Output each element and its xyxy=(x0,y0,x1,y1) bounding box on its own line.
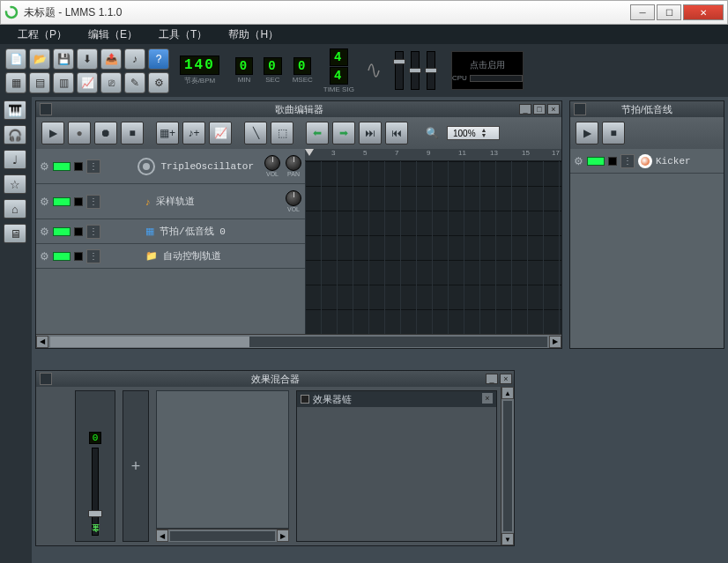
edit-mode-button[interactable]: ⬚ xyxy=(271,122,293,144)
solo-button[interactable] xyxy=(74,197,83,206)
scroll-right-button[interactable]: ▶ xyxy=(549,336,561,348)
track-row-bb[interactable]: ⚙⋮ ▦ 节拍/低音线 0 xyxy=(36,219,305,244)
scroll-down-button[interactable]: ▼ xyxy=(501,533,514,545)
solo-button[interactable] xyxy=(74,252,83,261)
fx-mixer-button[interactable]: ⎚ xyxy=(100,72,122,93)
track-grip[interactable]: ⋮ xyxy=(86,195,100,209)
controller-button[interactable]: ⚙ xyxy=(148,72,169,93)
save-button[interactable]: 💾 xyxy=(53,48,74,70)
vertical-scrollbar[interactable]: ▲ ▼ xyxy=(501,387,514,545)
computer-tab[interactable]: 🖥 xyxy=(4,224,26,243)
record-button[interactable]: ● xyxy=(68,122,91,144)
minimize-icon[interactable]: _ xyxy=(519,104,531,115)
scrollbar-thumb[interactable] xyxy=(50,337,249,347)
help-button[interactable]: ? xyxy=(148,48,169,70)
skip-end-button[interactable]: ⏭ xyxy=(359,122,382,144)
solo-button[interactable] xyxy=(74,162,83,171)
mute-button[interactable] xyxy=(587,157,605,166)
home-tab[interactable]: ⌂ xyxy=(4,199,26,219)
draw-mode-button[interactable]: ╲ xyxy=(244,122,267,144)
song-editor-titlebar[interactable]: 歌曲编辑器 _□× xyxy=(36,101,561,117)
play-button[interactable]: ▶ xyxy=(41,122,64,144)
checkbox-icon[interactable] xyxy=(301,395,309,404)
add-automation-button[interactable]: 📈 xyxy=(209,122,232,144)
gear-icon[interactable]: ⚙ xyxy=(40,196,49,208)
minimize-button[interactable]: ─ xyxy=(630,4,655,20)
minimize-icon[interactable]: _ xyxy=(486,374,498,384)
scroll-up-button[interactable]: ▲ xyxy=(501,387,514,399)
master-pitch-slider[interactable] xyxy=(411,51,420,90)
pattern-grid[interactable] xyxy=(305,161,561,334)
notes-button[interactable]: ✎ xyxy=(124,72,145,93)
mute-button[interactable] xyxy=(53,197,71,206)
presets-tab[interactable]: ♩ xyxy=(4,150,26,169)
fx-mixer-titlebar[interactable]: 效果混合器 _× xyxy=(36,371,514,387)
track-row-instrument[interactable]: ⚙ ⋮ TripleOscillator VOL PAN xyxy=(36,149,305,184)
bb-track-row[interactable]: ⚙ ⋮ Kicker xyxy=(570,149,724,174)
fx-add-channel[interactable]: + xyxy=(123,390,149,542)
favorites-tab[interactable]: ☆ xyxy=(4,174,26,194)
maximize-button[interactable]: ☐ xyxy=(657,4,681,20)
fx-master-channel[interactable]: 0 主音 xyxy=(75,390,115,542)
back-button[interactable]: ⬅ xyxy=(306,122,329,144)
menu-help[interactable]: 帮助（H） xyxy=(219,26,287,44)
close-icon[interactable]: × xyxy=(482,393,493,404)
maximize-icon[interactable]: □ xyxy=(533,104,546,115)
new-project-button[interactable]: 📄 xyxy=(5,48,26,70)
stop-button[interactable]: ■ xyxy=(121,122,144,144)
playhead-icon[interactable] xyxy=(305,149,314,156)
gear-icon[interactable]: ⚙ xyxy=(40,250,49,263)
pan-knob[interactable] xyxy=(286,155,301,171)
close-icon[interactable]: × xyxy=(500,374,512,384)
track-grip[interactable]: ⋮ xyxy=(86,225,100,239)
menu-project[interactable]: 工程（P） xyxy=(9,26,76,44)
track-grip[interactable]: ⋮ xyxy=(86,249,100,263)
samples-tab[interactable]: 🎧 xyxy=(4,125,26,144)
instrument-icon[interactable] xyxy=(137,158,155,175)
master-pan-slider[interactable] xyxy=(427,51,435,90)
gear-icon[interactable]: ⚙ xyxy=(40,226,49,238)
song-editor-button[interactable]: ▦ xyxy=(5,72,26,93)
bb-stop-button[interactable]: ■ xyxy=(602,122,625,144)
zoom-selector[interactable]: 100% ▲▼ xyxy=(447,126,500,140)
solo-button[interactable] xyxy=(74,227,83,236)
kicker-icon[interactable] xyxy=(638,154,652,168)
bb-editor-titlebar[interactable]: 节拍/低音线 xyxy=(570,101,724,117)
tempo-display[interactable]: 140 xyxy=(180,56,219,75)
bb-editor-button[interactable]: ▤ xyxy=(29,72,50,93)
timesig-den[interactable]: 4 xyxy=(330,67,347,85)
menu-edit[interactable]: 编辑（E） xyxy=(79,26,146,44)
skip-start-button[interactable]: ⏮ xyxy=(385,122,408,144)
scroll-left-button[interactable]: ◀ xyxy=(36,336,48,348)
forward-button[interactable]: ➡ xyxy=(332,122,355,144)
effect-chain-body[interactable] xyxy=(297,407,496,541)
master-volume-slider[interactable] xyxy=(395,51,404,90)
menu-tools[interactable]: 工具（T） xyxy=(150,26,216,44)
cpu-meter[interactable]: 点击启用 CPU xyxy=(451,51,524,90)
solo-button[interactable] xyxy=(608,157,617,166)
save-as-button[interactable]: ⬇ xyxy=(77,48,98,70)
track-row-automation[interactable]: ⚙⋮ 📁 自动控制轨道 xyxy=(36,244,305,269)
instruments-tab[interactable]: 🎹 xyxy=(4,100,26,120)
gear-icon[interactable]: ⚙ xyxy=(40,160,49,173)
track-grip[interactable]: ⋮ xyxy=(86,159,100,174)
automation-button[interactable]: 📈 xyxy=(77,72,98,93)
add-sample-button[interactable]: ♪+ xyxy=(182,122,205,144)
track-row-sample[interactable]: ⚙⋮ ♪ 采样轨道 VOL xyxy=(36,184,305,219)
track-grip[interactable]: ⋮ xyxy=(620,154,635,168)
timesig-num[interactable]: 4 xyxy=(330,48,347,66)
horizontal-scrollbar[interactable]: ◀ ▶ xyxy=(36,334,561,348)
bb-play-button[interactable]: ▶ xyxy=(576,122,598,144)
fx-hscroll[interactable]: ◀▶ xyxy=(156,529,289,542)
open-button[interactable]: 📂 xyxy=(29,48,50,70)
mute-button[interactable] xyxy=(53,252,71,261)
volume-knob[interactable] xyxy=(264,155,280,171)
close-icon[interactable]: × xyxy=(547,104,560,115)
ruler[interactable]: 3 5 7 9 11 13 15 17 xyxy=(305,149,561,161)
export-button[interactable]: 📤 xyxy=(100,48,122,70)
volume-knob[interactable] xyxy=(286,190,301,206)
channel-fader[interactable] xyxy=(92,448,99,536)
timeline[interactable]: 3 5 7 9 11 13 15 17 xyxy=(305,149,561,334)
note-button[interactable]: ♪ xyxy=(124,48,145,70)
record-play-button[interactable]: ⏺ xyxy=(94,122,117,144)
